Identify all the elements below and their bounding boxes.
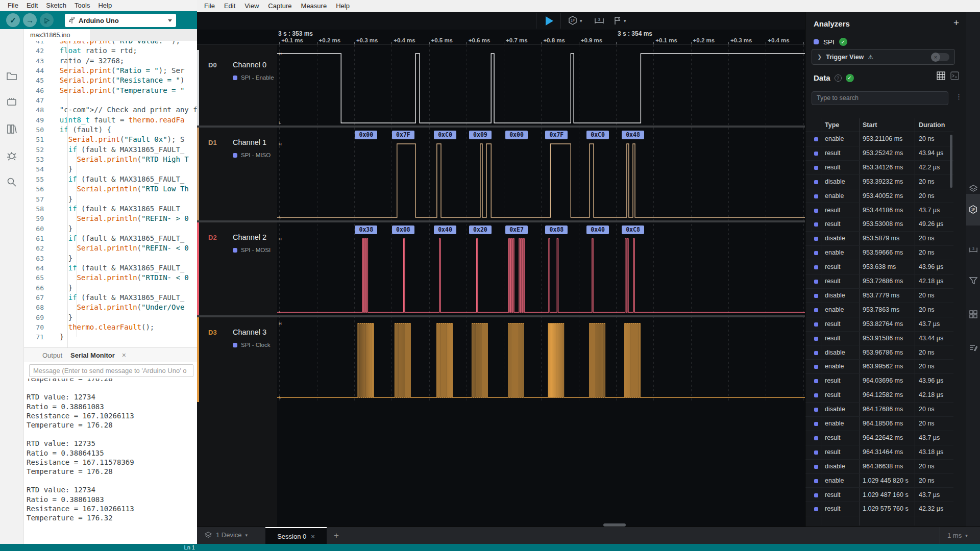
serial-monitor-output[interactable]: Temperature = 176.28RTD value: 12734Rati… [24, 379, 197, 542]
sketchbook-folder-icon[interactable] [6, 70, 18, 82]
code-line[interactable]: 41 Serial.print("RTD value: "); [24, 41, 197, 46]
filter-tab-icon[interactable] [966, 273, 980, 287]
code-line[interactable]: 47 [24, 95, 197, 105]
terminal-view-icon[interactable] [950, 71, 959, 80]
code-line[interactable]: 60 } [24, 224, 197, 234]
code-line[interactable]: 43 ratio /= 32768; [24, 56, 197, 66]
code-line[interactable]: 54 } [24, 164, 197, 174]
arduino-menu-sketch[interactable]: Sketch [42, 1, 70, 10]
code-line[interactable]: 69 } [24, 313, 197, 322]
code-line[interactable]: 67 if (fault & MAX31865_FAULT_ [24, 293, 197, 303]
code-line[interactable]: 53 Serial.println("RTD High T [24, 155, 197, 164]
table-row[interactable]: enable953.21106 ms20 ns [805, 132, 953, 146]
code-line[interactable]: 56 Serial.println("RTD Low Th [24, 184, 197, 194]
table-vscrollbar[interactable] [950, 135, 952, 188]
table-row[interactable]: disable953.7779 ms20 ns [805, 289, 953, 303]
channel-row-d3[interactable]: D3Channel 3SPI - ClockHL [197, 317, 805, 402]
table-row[interactable]: result1.029 487 160 s43.7 µs [805, 488, 953, 503]
table-row[interactable]: disable953.39232 ms20 ns [805, 175, 953, 189]
new-session-button[interactable]: + [334, 531, 339, 541]
analyzer-item-spi[interactable]: SPI ✓ [814, 38, 847, 46]
search-input[interactable]: Type to search [812, 91, 948, 105]
tab-output[interactable]: Output [39, 349, 65, 361]
code-line[interactable]: 59 Serial.println("REFIN- > 0 [24, 214, 197, 223]
help-icon[interactable]: ? [835, 74, 842, 82]
code-line[interactable]: 66 } [24, 283, 197, 293]
channel-row-d2[interactable]: D2Channel 2SPI - MOSIHL0x380x080x400x200… [197, 222, 805, 315]
code-line[interactable]: 58 if (fault & MAX31865_FAULT_ [24, 204, 197, 214]
serial-message-input[interactable]: Message (Enter to send message to 'Ardui… [29, 364, 193, 377]
measure-button[interactable]: 3 [594, 14, 604, 28]
code-line[interactable]: 61 if (fault & MAX31865_FAULT_ [24, 234, 197, 243]
waveform-area[interactable]: D0Channel 0SPI - EnableHLD1Channel 1SPI … [197, 45, 805, 528]
col-duration[interactable]: Duration [919, 121, 945, 129]
device-selector[interactable]: 1 Device ▾ [204, 531, 248, 539]
add-analyzer-button[interactable]: + [953, 17, 959, 29]
table-row[interactable]: disable953.96786 ms20 ns [805, 346, 953, 360]
code-line[interactable]: 48 "c-com">// Check and print any faults [24, 105, 197, 115]
logic-menu-help[interactable]: Help [332, 1, 354, 11]
code-line[interactable]: 51 Serial.print("Fault 0x"); S [24, 135, 197, 144]
notes-tab-icon[interactable] [966, 341, 980, 355]
arduino-menu-edit[interactable]: Edit [23, 1, 41, 10]
code-line[interactable]: 65 Serial.println("RTDIN- < 0 [24, 273, 197, 283]
channel-row-d0[interactable]: D0Channel 0SPI - EnableHL [197, 50, 805, 126]
analyzers-tab-icon[interactable]: 1F [966, 203, 980, 217]
search-icon[interactable] [6, 176, 18, 188]
table-row[interactable]: disable964.17686 ms20 ns [805, 403, 953, 417]
table-view-icon[interactable] [937, 71, 945, 80]
table-row[interactable]: result1.029 575 760 s42.32 µs [805, 502, 953, 516]
table-row[interactable]: disable953.5879 ms20 ns [805, 232, 953, 246]
device-settings-button[interactable]: 1F ▾ [568, 14, 582, 28]
code-line[interactable]: 42 float ratio = rtd; [24, 46, 197, 56]
arduino-menu-tools[interactable]: Tools [71, 1, 93, 10]
table-row[interactable]: enable1.029 445 820 s20 ns [805, 474, 953, 488]
code-line[interactable]: 71 } [24, 332, 197, 342]
logic-menu-file[interactable]: File [200, 1, 219, 11]
boards-manager-icon[interactable] [6, 96, 18, 108]
search-options-icon[interactable]: ⋮ [955, 93, 962, 101]
table-row[interactable]: result953.91586 ms43.44 µs [805, 332, 953, 346]
close-icon[interactable]: × [120, 351, 128, 359]
debug-button[interactable] [40, 13, 54, 27]
tab-session-0[interactable]: Session 0 × [265, 527, 327, 544]
channel-row-d1[interactable]: D1Channel 1SPI - MISOHL0x000x7F0xC00x090… [197, 128, 805, 220]
timeline[interactable]: 3 s : 353 ms3 s : 354 ms+0.1 ms+0.2 ms+0… [197, 30, 805, 45]
trigger-view-row[interactable]: ❯ Trigger View ⚠ × [812, 49, 955, 65]
logic-menu-view[interactable]: View [240, 1, 263, 11]
measurements-tab-icon[interactable]: 3 [966, 243, 980, 257]
table-row[interactable]: enable953.59666 ms20 ns [805, 246, 953, 260]
code-line[interactable]: 45 Serial.print("Resistance = ") [24, 76, 197, 85]
table-row[interactable]: enable964.18506 ms20 ns [805, 417, 953, 431]
code-line[interactable]: 55 if (fault & MAX31865_FAULT_ [24, 174, 197, 184]
debug-sidebar-icon[interactable] [6, 149, 18, 162]
table-row[interactable]: result964.12582 ms42.18 µs [805, 388, 953, 403]
verify-button[interactable]: ✓ [6, 13, 20, 27]
data-table[interactable]: Type Start Duration enable953.21106 ms20… [805, 118, 953, 525]
code-line[interactable]: 50 if (fault) { [24, 125, 197, 135]
annotations-button[interactable]: ▾ [614, 14, 626, 28]
close-session-icon[interactable]: × [311, 533, 315, 540]
code-line[interactable]: 57 } [24, 194, 197, 204]
code-line[interactable]: 46 Serial.print("Temperature = " [24, 86, 197, 95]
code-line[interactable]: 68 Serial.println("Under/Ove [24, 303, 197, 312]
table-row[interactable]: result964.03696 ms43.96 µs [805, 374, 953, 388]
table-row[interactable]: result964.31464 ms43.18 µs [805, 445, 953, 460]
table-row[interactable]: result953.53008 ms49.26 µs [805, 217, 953, 232]
table-row[interactable]: result964.22642 ms43.7 µs [805, 431, 953, 445]
table-row[interactable]: result953.72686 ms42.18 µs [805, 274, 953, 289]
upload-button[interactable]: → [23, 13, 37, 27]
table-row[interactable]: enable953.40052 ms20 ns [805, 189, 953, 204]
code-line[interactable]: 44 Serial.print("Ratio = "); Ser [24, 66, 197, 76]
code-line[interactable]: 70 thermo.clearFault(); [24, 322, 197, 332]
play-button[interactable] [544, 14, 554, 28]
library-manager-icon[interactable] [6, 123, 18, 135]
table-row[interactable]: result953.638 ms43.96 µs [805, 260, 953, 274]
table-row[interactable]: result953.25242 ms43.94 µs [805, 146, 953, 161]
col-type[interactable]: Type [825, 121, 839, 129]
table-row[interactable]: result953.44186 ms43.7 µs [805, 204, 953, 218]
code-editor[interactable]: 41 Serial.print("RTD value: ");42 float … [24, 41, 197, 347]
code-line[interactable]: 49 uint8_t fault = thermo.readFa [24, 115, 197, 125]
tab-serial-monitor[interactable]: Serial Monitor [67, 349, 118, 361]
code-line[interactable]: 52 if (fault & MAX31865_FAULT_ [24, 145, 197, 155]
